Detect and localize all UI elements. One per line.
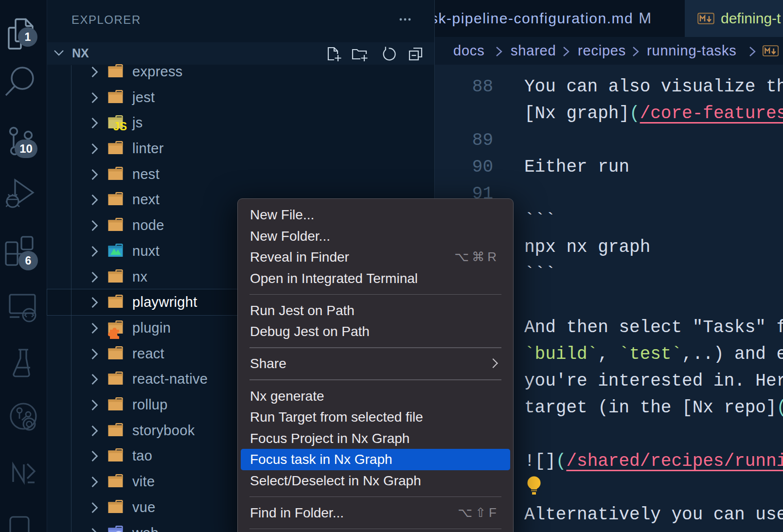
svg-text:JS: JS — [113, 120, 127, 133]
